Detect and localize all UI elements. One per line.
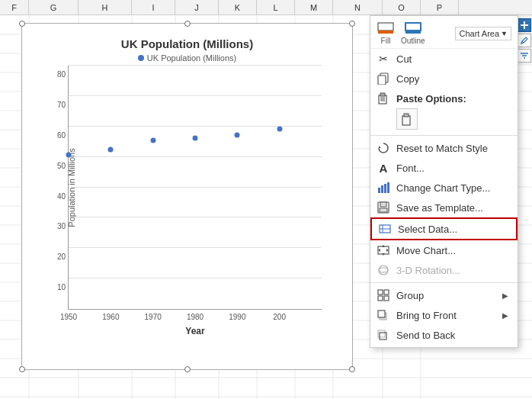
col-header-f: F [0, 0, 29, 14]
menu-item-group[interactable]: Group ▶ [370, 285, 518, 305]
svg-rect-30 [378, 23, 393, 31]
bring-to-front-label: Bring to Front [396, 310, 457, 321]
handle-tc [184, 21, 191, 27]
menu-item-paste-options: Paste Options: [370, 88, 518, 107]
gridline-30: 30 [69, 217, 322, 217]
svg-rect-62 [384, 290, 389, 294]
ytick-20: 20 [57, 253, 69, 261]
svg-rect-64 [384, 296, 389, 301]
group-label: Group [396, 290, 424, 301]
svg-rect-66 [378, 311, 385, 317]
ytick-40: 40 [57, 191, 69, 200]
x-axis-label: Year [185, 326, 204, 336]
fill-icon [377, 21, 395, 35]
plus-icon [520, 21, 529, 30]
svg-rect-61 [378, 290, 383, 294]
sidebar-icon-3[interactable] [518, 49, 531, 63]
ytick-30: 30 [57, 222, 69, 230]
ytick-10: 10 [57, 283, 69, 291]
xtick-1990: 1990 [229, 313, 245, 321]
paste-header-icon [377, 92, 390, 105]
group-arrow-icon: ▶ [502, 291, 508, 300]
menu-item-reset[interactable]: Reset to Match Style [370, 138, 518, 158]
column-headers: F G H I J K L M N O P [0, 0, 532, 15]
svg-rect-33 [405, 31, 421, 34]
menu-toolbar: Fill Outline Chart Area ▼ [370, 18, 518, 49]
bring-to-front-arrow-icon: ▶ [502, 311, 508, 320]
save-template-label: Save as Template... [396, 202, 483, 214]
svg-rect-67 [378, 330, 385, 337]
reset-label: Reset to Match Style [396, 143, 488, 154]
menu-item-bring-to-front[interactable]: Bring to Front ▶ [370, 305, 518, 325]
handle-bc [184, 366, 191, 372]
fill-button[interactable]: Fill [377, 21, 395, 45]
save-template-icon [377, 201, 390, 214]
context-menu: Fill Outline Chart Area ▼ ✂ Cut [370, 15, 518, 348]
menu-item-select-data[interactable]: Select Data... [370, 217, 518, 240]
svg-rect-47 [387, 182, 389, 193]
paste-icon-button[interactable] [396, 108, 418, 130]
paste-icons-row [370, 107, 518, 133]
paste-options-label: Paste Options: [396, 93, 466, 105]
select-data-label: Select Data... [398, 224, 457, 235]
copy-label: Copy [396, 73, 419, 85]
chart-container[interactable]: UK Population (Millions) UK Population (… [21, 23, 353, 370]
outline-icon [404, 21, 422, 35]
gridline-10: 10 [69, 278, 322, 278]
sidebar-icon-2[interactable] [518, 34, 531, 47]
chart-area-value: Chart Area [459, 29, 499, 38]
chart-legend: UK Population (Millions) [30, 53, 345, 63]
svg-rect-42 [404, 114, 409, 117]
menu-item-font[interactable]: A Font... [370, 158, 518, 178]
datapoint-1950 [66, 153, 72, 158]
col-header-h: H [79, 0, 132, 14]
3d-rotation-label: 3-D Rotation... [396, 265, 460, 276]
y-axis-label: Population in Millions [67, 148, 76, 227]
handle-bl [19, 366, 25, 372]
svg-rect-63 [378, 296, 383, 301]
gridline-70: 70 [69, 95, 322, 96]
outline-button[interactable]: Outline [401, 21, 425, 45]
sidebar-icon-1[interactable] [518, 18, 531, 32]
bring-to-front-icon [377, 308, 390, 322]
xtick-2000: 200 [273, 313, 286, 321]
svg-rect-44 [378, 188, 380, 193]
chart-area-dropdown[interactable]: Chart Area ▼ [455, 27, 511, 40]
gridline-40: 40 [69, 187, 322, 188]
menu-item-move-chart[interactable]: Move Chart... [370, 240, 518, 260]
group-icon [377, 288, 390, 302]
3d-rotation-icon [377, 263, 390, 277]
change-chart-icon [377, 181, 390, 195]
chart-plot-area: Population in Millions Year 10 20 30 40 [68, 66, 322, 310]
xtick-1970: 1970 [145, 313, 162, 321]
legend-dot [138, 55, 144, 61]
svg-rect-31 [378, 31, 393, 34]
col-header-l: L [257, 0, 295, 14]
menu-item-send-to-back[interactable]: Send to Back [370, 325, 518, 345]
handle-tr [349, 21, 355, 27]
menu-item-save-template[interactable]: Save as Template... [370, 198, 518, 217]
filter-icon [520, 51, 529, 60]
col-header-n: N [333, 0, 383, 14]
svg-rect-32 [405, 23, 421, 31]
col-header-i: I [132, 0, 175, 14]
col-header-m: M [295, 0, 333, 14]
chart-title: UK Population (Millions) [30, 37, 345, 50]
gridline-60: 60 [69, 126, 322, 127]
copy-icon [377, 72, 390, 85]
xtick-1960: 1960 [102, 313, 119, 321]
menu-item-change-chart-type[interactable]: Change Chart Type... [370, 178, 518, 198]
datapoint-1980 [193, 135, 198, 140]
datapoint-1970 [150, 137, 155, 143]
menu-item-cut[interactable]: ✂ Cut [370, 49, 518, 69]
reset-icon [377, 141, 390, 155]
cut-label: Cut [396, 53, 412, 65]
change-chart-type-label: Change Chart Type... [396, 182, 490, 194]
svg-rect-50 [380, 208, 387, 212]
outline-label: Outline [401, 37, 425, 45]
chart-inner: UK Population (Millions) UK Population (… [30, 31, 345, 362]
col-header-g: G [29, 0, 79, 14]
menu-item-copy[interactable]: Copy [370, 69, 518, 88]
ytick-80: 80 [57, 70, 69, 79]
legend-label: UK Population (Millions) [147, 53, 236, 63]
